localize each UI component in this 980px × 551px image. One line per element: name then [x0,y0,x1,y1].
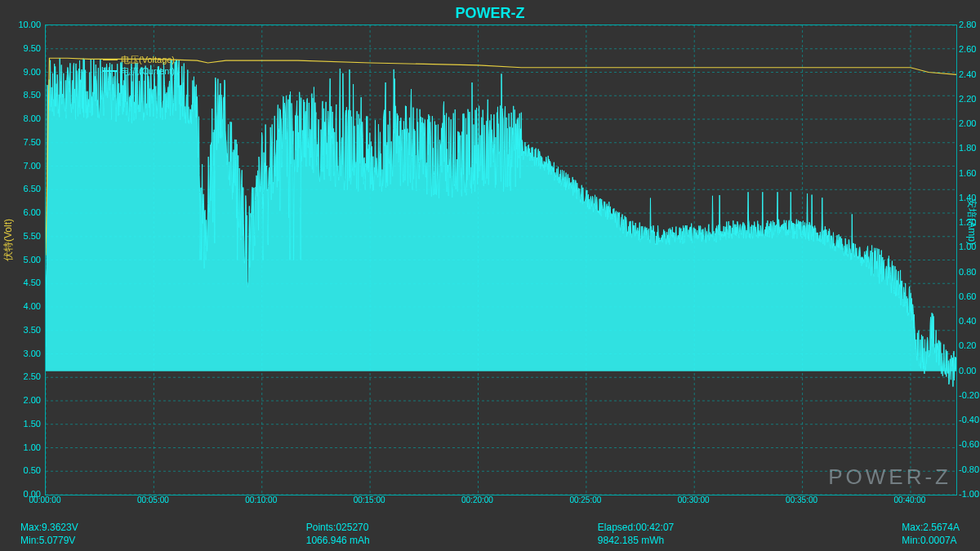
y-left-tick: 2.50 [12,371,41,381]
x-tick: 00:40:00 [893,495,925,504]
plot-canvas [46,25,956,495]
y-left-tick: 7.00 [12,161,41,171]
stats-elapsed: Elapsed:00:42:07 9842.185 mWh [598,522,674,546]
y-right-tick: 1.40 [959,193,980,202]
stat-min-v: Min:5.0779V [20,535,78,546]
y-left-tick: 3.50 [12,325,41,335]
x-tick: 00:15:00 [354,495,385,504]
x-tick: 00:00:00 [29,495,61,504]
y-left-tick: 3.00 [12,349,41,358]
y-left-tick: 1.50 [12,419,41,429]
y-left-tick: 1.00 [12,442,41,452]
plot-area[interactable]: 电压(Voltage) 电流(Current) [45,24,957,495]
y-left-tick: 8.50 [12,90,41,100]
legend-current: 电流(Current) [103,65,175,77]
stat-max-a: Max:2.5674A [902,522,960,533]
x-tick: 00:25:00 [569,495,601,504]
y-right-tick: -0.60 [959,439,980,449]
y-left-tick: 5.50 [12,231,41,241]
y-left-tick: 7.50 [12,137,41,147]
y-left-tick: 2.00 [12,395,41,405]
y-left-tick: 4.00 [12,301,41,311]
y-left-tick: 0.50 [12,465,41,475]
legend-voltage: 电压(Voltage) [103,54,175,65]
stats-current: Max:2.5674A Min:0.0007A [902,522,960,546]
x-tick: 00:10:00 [245,495,277,504]
x-tick: 00:05:00 [137,495,169,504]
legend-label-voltage: 电压(Voltage) [121,54,175,65]
y-right-tick: -1.00 [959,489,980,499]
stat-points: Points:025270 [306,522,370,533]
stat-max-v: Max:9.3623V [20,522,78,533]
y-left-tick: 6.50 [12,184,41,193]
legend-label-current: 电流(Current) [121,65,175,77]
y-left-tick: 4.50 [12,278,41,287]
y-left-tick: 9.00 [12,67,41,77]
y-right-tick: 1.00 [959,242,980,251]
y-right-tick: -0.80 [959,464,980,474]
x-tick: 00:30:00 [678,495,710,504]
stat-min-a: Min:0.0007A [902,535,960,546]
x-tick: 00:20:00 [461,495,493,504]
watermark: POWER-Z [828,464,951,490]
y-right-tick: 0.40 [959,316,980,326]
stat-elapsed: Elapsed:00:42:07 [598,522,674,533]
app-window: POWER-Z 伏特(Volt) 安培(Amp) 电压(Voltage) 电流(… [0,0,980,551]
chart-title: POWER-Z [0,5,980,22]
y-right-tick: 2.20 [959,94,980,104]
stat-mah: 1066.946 mAh [306,535,370,546]
y-right-tick: 2.60 [959,44,980,54]
legend-swatch-voltage [103,59,118,60]
y-right-tick: -0.20 [959,390,980,400]
stats-bar: Max:9.3623V Min:5.0779V Points:025270 10… [20,522,960,546]
y-right-tick: 0.80 [959,267,980,277]
y-left-tick: 5.00 [12,255,41,264]
y-right-tick: 2.00 [959,118,980,128]
y-right-tick: 0.60 [959,291,980,301]
y-left-tick: 8.00 [12,113,41,123]
y-right-tick: 0.20 [959,340,980,350]
stat-mwh: 9842.185 mWh [598,535,674,546]
stats-voltage: Max:9.3623V Min:5.0779V [20,522,78,546]
y-right-tick: 2.40 [959,69,980,79]
y-right-tick: 0.00 [959,366,980,375]
y-right-tick: 2.80 [959,20,980,29]
legend-swatch-current [103,70,118,72]
stats-points: Points:025270 1066.946 mAh [306,522,370,546]
y-left-tick: 10.00 [12,20,41,29]
y-right-tick: 1.20 [959,217,980,227]
x-tick: 00:35:00 [786,495,817,504]
y-right-tick: -0.40 [959,415,980,424]
y-left-tick: 6.00 [12,207,41,217]
legend: 电压(Voltage) 电流(Current) [103,54,175,77]
y-left-tick: 9.50 [12,43,41,53]
y-right-tick: 1.80 [959,143,980,153]
y-right-tick: 1.60 [959,168,980,178]
